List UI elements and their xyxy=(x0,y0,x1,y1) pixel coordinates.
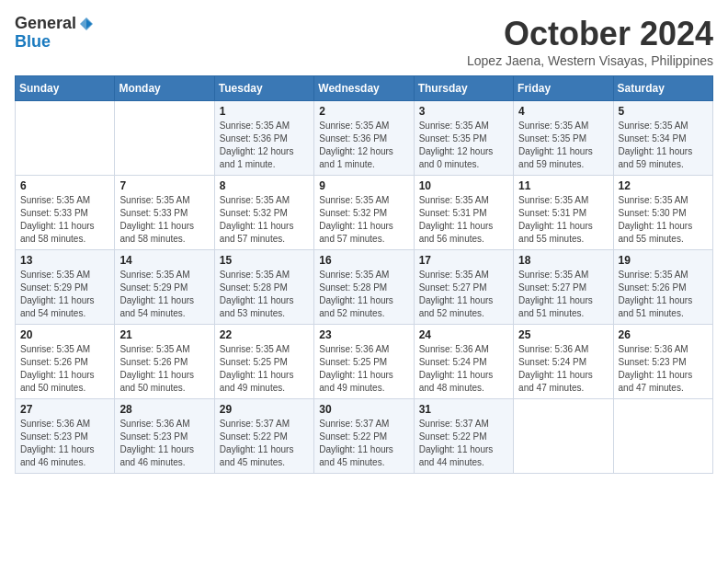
calendar-cell: 8Sunrise: 5:35 AM Sunset: 5:32 PM Daylig… xyxy=(214,176,313,250)
day-info: Sunrise: 5:35 AM Sunset: 5:28 PM Dayligh… xyxy=(319,269,408,320)
day-info: Sunrise: 5:35 AM Sunset: 5:36 PM Dayligh… xyxy=(220,120,309,171)
day-info: Sunrise: 5:35 AM Sunset: 5:29 PM Dayligh… xyxy=(20,269,109,320)
calendar-cell: 2Sunrise: 5:35 AM Sunset: 5:36 PM Daylig… xyxy=(314,101,414,176)
day-number: 16 xyxy=(319,254,408,267)
day-number: 1 xyxy=(220,105,309,118)
day-info: Sunrise: 5:35 AM Sunset: 5:34 PM Dayligh… xyxy=(619,120,708,171)
day-number: 8 xyxy=(220,179,309,192)
day-number: 11 xyxy=(518,179,608,192)
day-number: 4 xyxy=(518,105,608,118)
day-info: Sunrise: 5:37 AM Sunset: 5:22 PM Dayligh… xyxy=(419,418,508,469)
day-info: Sunrise: 5:35 AM Sunset: 5:26 PM Dayligh… xyxy=(619,269,708,320)
calendar-header-row: SundayMondayTuesdayWednesdayThursdayFrid… xyxy=(16,76,713,101)
week-row-5: 27Sunrise: 5:36 AM Sunset: 5:23 PM Dayli… xyxy=(16,399,713,474)
day-number: 31 xyxy=(419,403,508,416)
calendar-cell xyxy=(16,101,115,176)
day-info: Sunrise: 5:35 AM Sunset: 5:32 PM Dayligh… xyxy=(319,194,408,246)
day-info: Sunrise: 5:37 AM Sunset: 5:22 PM Dayligh… xyxy=(220,418,309,469)
week-row-4: 20Sunrise: 5:35 AM Sunset: 5:26 PM Dayli… xyxy=(16,325,713,399)
calendar-cell: 28Sunrise: 5:36 AM Sunset: 5:23 PM Dayli… xyxy=(115,399,214,474)
day-info: Sunrise: 5:36 AM Sunset: 5:24 PM Dayligh… xyxy=(518,343,608,395)
week-row-1: 1Sunrise: 5:35 AM Sunset: 5:36 PM Daylig… xyxy=(16,101,713,176)
day-number: 7 xyxy=(119,179,209,192)
header-tuesday: Tuesday xyxy=(214,76,313,101)
day-number: 18 xyxy=(518,254,608,267)
day-number: 6 xyxy=(20,179,109,192)
week-row-2: 6Sunrise: 5:35 AM Sunset: 5:33 PM Daylig… xyxy=(16,176,713,250)
day-number: 24 xyxy=(419,328,508,341)
day-info: Sunrise: 5:35 AM Sunset: 5:26 PM Dayligh… xyxy=(20,343,109,395)
day-info: Sunrise: 5:35 AM Sunset: 5:25 PM Dayligh… xyxy=(220,343,309,395)
day-info: Sunrise: 5:35 AM Sunset: 5:26 PM Dayligh… xyxy=(119,343,209,395)
day-number: 30 xyxy=(319,403,408,416)
day-number: 22 xyxy=(220,328,309,341)
calendar-cell: 24Sunrise: 5:36 AM Sunset: 5:24 PM Dayli… xyxy=(414,325,513,399)
calendar-cell: 6Sunrise: 5:35 AM Sunset: 5:33 PM Daylig… xyxy=(16,176,115,250)
day-info: Sunrise: 5:35 AM Sunset: 5:31 PM Dayligh… xyxy=(518,194,608,246)
day-info: Sunrise: 5:36 AM Sunset: 5:25 PM Dayligh… xyxy=(319,343,408,395)
day-number: 20 xyxy=(20,328,109,341)
day-info: Sunrise: 5:35 AM Sunset: 5:27 PM Dayligh… xyxy=(419,269,508,320)
day-info: Sunrise: 5:36 AM Sunset: 5:23 PM Dayligh… xyxy=(619,343,708,395)
day-number: 12 xyxy=(619,179,708,192)
calendar-cell: 23Sunrise: 5:36 AM Sunset: 5:25 PM Dayli… xyxy=(314,325,414,399)
day-info: Sunrise: 5:35 AM Sunset: 5:36 PM Dayligh… xyxy=(319,120,408,171)
logo-general: General xyxy=(15,15,76,33)
day-number: 10 xyxy=(419,179,508,192)
day-number: 13 xyxy=(20,254,109,267)
logo-blue: Blue xyxy=(15,33,51,52)
calendar-cell: 5Sunrise: 5:35 AM Sunset: 5:34 PM Daylig… xyxy=(613,101,712,176)
day-info: Sunrise: 5:35 AM Sunset: 5:35 PM Dayligh… xyxy=(419,120,508,171)
header-friday: Friday xyxy=(514,76,613,101)
day-info: Sunrise: 5:35 AM Sunset: 5:32 PM Dayligh… xyxy=(220,194,309,246)
day-number: 19 xyxy=(619,254,708,267)
calendar-cell: 10Sunrise: 5:35 AM Sunset: 5:31 PM Dayli… xyxy=(414,176,513,250)
day-number: 29 xyxy=(220,403,309,416)
day-number: 25 xyxy=(518,328,608,341)
calendar-cell: 27Sunrise: 5:36 AM Sunset: 5:23 PM Dayli… xyxy=(16,399,115,474)
calendar-table: SundayMondayTuesdayWednesdayThursdayFrid… xyxy=(15,75,713,474)
page-header: General Blue October 2024 Lopez Jaena, W… xyxy=(15,15,713,68)
calendar-cell: 22Sunrise: 5:35 AM Sunset: 5:25 PM Dayli… xyxy=(214,325,313,399)
day-info: Sunrise: 5:35 AM Sunset: 5:28 PM Dayligh… xyxy=(220,269,309,320)
day-info: Sunrise: 5:35 AM Sunset: 5:35 PM Dayligh… xyxy=(518,120,608,171)
header-thursday: Thursday xyxy=(414,76,513,101)
day-info: Sunrise: 5:35 AM Sunset: 5:33 PM Dayligh… xyxy=(119,194,209,246)
day-number: 9 xyxy=(319,179,408,192)
header-saturday: Saturday xyxy=(613,76,712,101)
calendar-cell: 29Sunrise: 5:37 AM Sunset: 5:22 PM Dayli… xyxy=(214,399,313,474)
day-info: Sunrise: 5:35 AM Sunset: 5:33 PM Dayligh… xyxy=(20,194,109,246)
day-number: 2 xyxy=(319,105,408,118)
day-number: 27 xyxy=(20,403,109,416)
day-number: 28 xyxy=(119,403,209,416)
calendar-cell: 3Sunrise: 5:35 AM Sunset: 5:35 PM Daylig… xyxy=(414,101,513,176)
day-number: 3 xyxy=(419,105,508,118)
day-info: Sunrise: 5:37 AM Sunset: 5:22 PM Dayligh… xyxy=(319,418,408,469)
day-info: Sunrise: 5:35 AM Sunset: 5:27 PM Dayligh… xyxy=(518,269,608,320)
day-info: Sunrise: 5:35 AM Sunset: 5:31 PM Dayligh… xyxy=(419,194,508,246)
calendar-cell: 16Sunrise: 5:35 AM Sunset: 5:28 PM Dayli… xyxy=(314,250,414,325)
calendar-cell: 11Sunrise: 5:35 AM Sunset: 5:31 PM Dayli… xyxy=(514,176,613,250)
day-info: Sunrise: 5:36 AM Sunset: 5:23 PM Dayligh… xyxy=(20,418,109,469)
calendar-cell: 15Sunrise: 5:35 AM Sunset: 5:28 PM Dayli… xyxy=(214,250,313,325)
location-subtitle: Lopez Jaena, Western Visayas, Philippine… xyxy=(467,53,713,68)
day-number: 15 xyxy=(220,254,309,267)
day-info: Sunrise: 5:35 AM Sunset: 5:29 PM Dayligh… xyxy=(119,269,209,320)
day-info: Sunrise: 5:36 AM Sunset: 5:24 PM Dayligh… xyxy=(419,343,508,395)
calendar-cell: 17Sunrise: 5:35 AM Sunset: 5:27 PM Dayli… xyxy=(414,250,513,325)
calendar-cell: 18Sunrise: 5:35 AM Sunset: 5:27 PM Dayli… xyxy=(514,250,613,325)
calendar-cell: 9Sunrise: 5:35 AM Sunset: 5:32 PM Daylig… xyxy=(314,176,414,250)
calendar-cell: 25Sunrise: 5:36 AM Sunset: 5:24 PM Dayli… xyxy=(514,325,613,399)
day-number: 21 xyxy=(119,328,209,341)
day-info: Sunrise: 5:36 AM Sunset: 5:23 PM Dayligh… xyxy=(119,418,209,469)
header-wednesday: Wednesday xyxy=(314,76,414,101)
calendar-cell: 26Sunrise: 5:36 AM Sunset: 5:23 PM Dayli… xyxy=(613,325,712,399)
day-number: 14 xyxy=(119,254,209,267)
logo-icon xyxy=(78,16,95,32)
calendar-cell: 14Sunrise: 5:35 AM Sunset: 5:29 PM Dayli… xyxy=(115,250,214,325)
calendar-cell: 13Sunrise: 5:35 AM Sunset: 5:29 PM Dayli… xyxy=(16,250,115,325)
calendar-cell: 1Sunrise: 5:35 AM Sunset: 5:36 PM Daylig… xyxy=(214,101,313,176)
week-row-3: 13Sunrise: 5:35 AM Sunset: 5:29 PM Dayli… xyxy=(16,250,713,325)
title-block: October 2024 Lopez Jaena, Western Visaya… xyxy=(467,15,713,68)
calendar-cell: 20Sunrise: 5:35 AM Sunset: 5:26 PM Dayli… xyxy=(16,325,115,399)
